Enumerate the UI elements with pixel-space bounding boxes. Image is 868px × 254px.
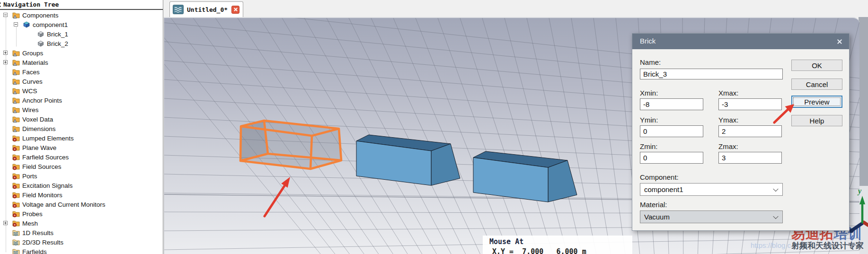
navigation-tree-panel: Navigation Tree Componentscomponent1Bric… bbox=[0, 0, 163, 254]
folder-cone-icon bbox=[12, 49, 20, 57]
document-tab[interactable]: Untitled_0* bbox=[169, 1, 243, 17]
application-window: Navigation Tree Componentscomponent1Bric… bbox=[0, 0, 868, 254]
tree-item-label: WCS bbox=[22, 88, 37, 95]
tree-item-curves[interactable]: Curves bbox=[0, 77, 163, 86]
waves-document-icon bbox=[173, 5, 184, 14]
zmax-input[interactable] bbox=[718, 152, 782, 164]
folder-waves-icon bbox=[12, 229, 20, 236]
folder-cone-icon bbox=[12, 11, 20, 19]
component-dropdown[interactable]: component1 bbox=[640, 183, 783, 196]
brick-1-solid[interactable] bbox=[356, 135, 460, 185]
folder-gear-icon bbox=[12, 144, 20, 151]
tree-item-faces[interactable]: Faces bbox=[0, 67, 163, 77]
tree-item-field-sources[interactable]: Field Sources bbox=[0, 162, 163, 171]
folder-cone-icon bbox=[12, 68, 20, 76]
document-tab-bar: Untitled_0* bbox=[164, 0, 868, 17]
expand-toggle-icon[interactable] bbox=[3, 221, 8, 225]
zmin-input[interactable] bbox=[640, 152, 703, 164]
chevron-down-icon bbox=[773, 213, 778, 219]
tree-item-label: 1D Results bbox=[22, 229, 53, 236]
folder-gear-icon bbox=[12, 134, 20, 142]
folder-gear-icon bbox=[12, 191, 20, 199]
dialog-title-bar[interactable]: Brick bbox=[632, 34, 849, 49]
brick-3-preview-wireframe[interactable] bbox=[240, 121, 341, 169]
tree-item-component1[interactable]: component1 bbox=[0, 20, 163, 29]
dialog-title: Brick bbox=[640, 37, 655, 45]
tree-item-label: Components bbox=[22, 12, 59, 19]
tree-item-plane-wave[interactable]: Plane Wave bbox=[0, 143, 163, 152]
tree-item-brick-2[interactable]: Brick_2 bbox=[0, 39, 163, 48]
collapse-toggle-icon[interactable] bbox=[14, 22, 18, 26]
tab-close-icon[interactable] bbox=[231, 6, 239, 14]
xmax-label: Xmax: bbox=[718, 89, 739, 97]
brick-cube-icon bbox=[37, 30, 44, 38]
tree-item-label: Dimensions bbox=[22, 125, 56, 132]
folder-cone-icon bbox=[12, 125, 20, 132]
tree-item-farfields[interactable]: Farfields bbox=[0, 247, 163, 254]
tree-item-label: 2D/3D Results bbox=[22, 239, 63, 246]
help-button[interactable]: Help bbox=[791, 115, 842, 126]
tree-item-2d-3d-results[interactable]: 2D/3D Results bbox=[0, 237, 163, 247]
folder-cone-icon bbox=[12, 115, 20, 123]
name-label: Name: bbox=[640, 58, 661, 66]
navigation-tree-title: Navigation Tree bbox=[3, 1, 59, 8]
material-label: Material: bbox=[640, 201, 667, 209]
expand-toggle-icon[interactable] bbox=[3, 60, 8, 64]
tree-item-voltage-and-current-monitors[interactable]: Voltage and Current Monitors bbox=[0, 200, 163, 209]
brick-side-face bbox=[548, 160, 577, 202]
brick-side-face bbox=[431, 144, 460, 185]
tree-item-anchor-points[interactable]: Anchor Points bbox=[0, 96, 163, 105]
tree-item-excitation-signals[interactable]: Excitation Signals bbox=[0, 181, 163, 190]
expand-toggle-icon[interactable] bbox=[3, 51, 8, 55]
tree-item-groups[interactable]: Groups bbox=[0, 48, 163, 58]
tree-item-label: Excitation Signals bbox=[22, 182, 73, 189]
tree-item-voxel-data[interactable]: Voxel Data bbox=[0, 114, 163, 124]
tree-item-label: Field Monitors bbox=[22, 192, 62, 199]
xmin-input[interactable] bbox=[640, 98, 703, 110]
name-input[interactable] bbox=[640, 69, 783, 79]
brick-cube-icon bbox=[37, 40, 44, 47]
cancel-button[interactable]: Cancel bbox=[791, 79, 842, 90]
ymin-input[interactable] bbox=[640, 125, 703, 137]
tree-item-mesh[interactable]: Mesh bbox=[0, 219, 163, 228]
folder-waves-icon bbox=[12, 238, 20, 246]
tree-item-label: Mesh bbox=[22, 220, 38, 227]
navigation-tree-header: Navigation Tree bbox=[0, 0, 163, 10]
tree-item-label: Lumped Elements bbox=[22, 135, 74, 142]
tree-item-label: Brick_1 bbox=[47, 31, 68, 38]
folder-cone-icon bbox=[12, 96, 20, 104]
tree-item-ports[interactable]: Ports bbox=[0, 171, 163, 181]
folder-gear-icon bbox=[12, 153, 20, 161]
tree-item-probes[interactable]: Probes bbox=[0, 209, 163, 219]
tree-item-components[interactable]: Components bbox=[0, 10, 163, 20]
preview-button[interactable]: Preview bbox=[791, 96, 842, 108]
folder-waves-icon bbox=[12, 248, 20, 254]
ymax-input[interactable] bbox=[718, 125, 782, 137]
mouse-at-title: Mouse At bbox=[489, 237, 523, 246]
annotation-arrow bbox=[265, 177, 290, 216]
folder-gear-icon bbox=[12, 219, 20, 227]
tree-item-dimensions[interactable]: Dimensions bbox=[0, 124, 163, 133]
brick-2-solid[interactable] bbox=[473, 151, 577, 202]
tree-item-brick-1[interactable]: Brick_1 bbox=[0, 29, 163, 39]
tree-item-wires[interactable]: Wires bbox=[0, 105, 163, 114]
component-value: component1 bbox=[644, 185, 683, 193]
dialog-close-icon[interactable] bbox=[836, 38, 843, 45]
folder-gear-icon bbox=[12, 163, 20, 170]
xmax-input[interactable] bbox=[718, 98, 782, 110]
tree-item-lumped-elements[interactable]: Lumped Elements bbox=[0, 133, 163, 143]
tree-item-label: Farfield Sources bbox=[22, 154, 69, 161]
component-cube-icon bbox=[23, 21, 30, 28]
tree-item-1d-results[interactable]: 1D Results bbox=[0, 228, 163, 237]
material-dropdown[interactable]: Vacuum bbox=[640, 210, 783, 223]
zmin-label: Zmin: bbox=[640, 142, 658, 150]
tree-item-materials[interactable]: Materials bbox=[0, 58, 163, 67]
tree-item-field-monitors[interactable]: Field Monitors bbox=[0, 190, 163, 200]
panel-close-icon[interactable] bbox=[0, 1, 2, 8]
folder-cone-icon bbox=[12, 87, 20, 95]
tree-item-farfield-sources[interactable]: Farfield Sources bbox=[0, 152, 163, 162]
xmin-label: Xmin: bbox=[640, 89, 658, 97]
tree-item-wcs[interactable]: WCS bbox=[0, 86, 163, 96]
collapse-toggle-icon[interactable] bbox=[3, 13, 8, 17]
ok-button[interactable]: OK bbox=[791, 60, 842, 71]
